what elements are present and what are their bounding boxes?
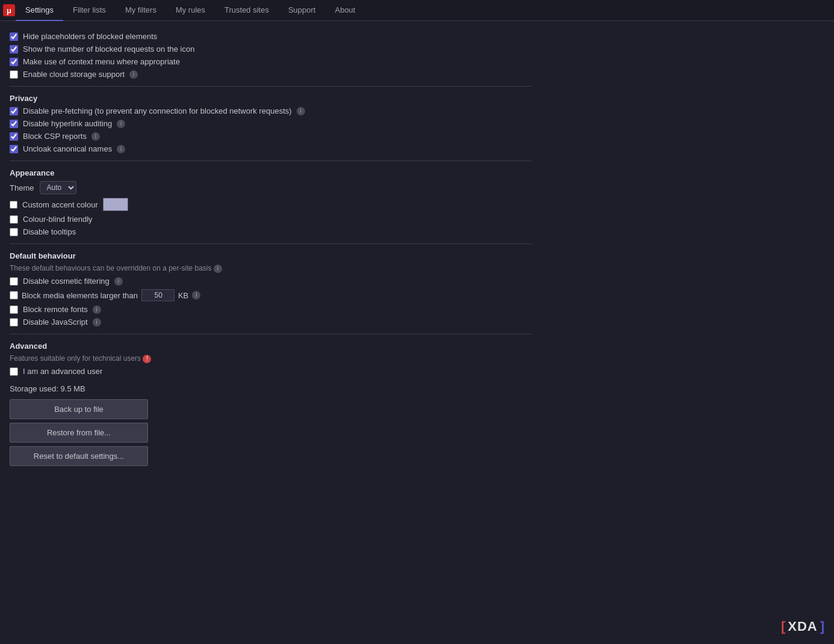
xda-bracket-right: ]	[820, 619, 824, 634]
media-row: Block media elements larger than KB i	[10, 289, 532, 301]
advanced-section: Advanced Features suitable only for tech…	[10, 342, 532, 376]
media-size-input[interactable]	[141, 289, 175, 301]
label-block-media[interactable]: Block media elements larger than	[22, 291, 138, 300]
checkbox-hide-placeholders[interactable]	[10, 32, 18, 41]
divider-2	[10, 161, 532, 161]
default-behaviour-header: Default behaviour	[10, 251, 532, 260]
xda-text: XDA	[788, 619, 817, 634]
appearance-header: Appearance	[10, 168, 532, 177]
info-icon-uncloak: i	[117, 145, 125, 153]
checkbox-uncloak[interactable]	[10, 145, 18, 153]
theme-select[interactable]: Auto Dark Light	[40, 181, 76, 194]
storage-info: Storage used: 9.5 MB	[10, 384, 532, 393]
appearance-section: Appearance Theme Auto Dark Light Custom …	[10, 168, 532, 236]
checkbox-advanced-user[interactable]	[10, 367, 18, 376]
checkbox-cosmetic-filtering[interactable]	[10, 277, 18, 286]
tab-filter-lists[interactable]: Filter lists	[63, 0, 116, 21]
label-show-count[interactable]: Show the number of blocked requests on t…	[23, 44, 194, 54]
checkbox-row-hide-placeholders: Hide placeholders of blocked elements	[10, 32, 532, 41]
checkbox-colour-blind[interactable]	[10, 215, 18, 224]
checkbox-disable-tooltips[interactable]	[10, 228, 18, 236]
restore-button[interactable]: Restore from file...	[10, 423, 148, 443]
media-unit: KB	[178, 291, 188, 300]
privacy-header: Privacy	[10, 94, 532, 103]
checkbox-row-disable-tooltips: Disable tooltips	[10, 227, 532, 236]
checkbox-show-count[interactable]	[10, 45, 18, 54]
nav-tabs: μ Settings Filter lists My filters My ru…	[0, 0, 834, 21]
checkbox-cloud-storage[interactable]	[10, 70, 18, 79]
info-icon-default-behaviour: i	[214, 265, 222, 273]
checkbox-row-cosmetic: Disable cosmetic filtering i	[10, 277, 532, 286]
label-custom-accent[interactable]: Custom accent colour	[22, 200, 98, 209]
checkbox-block-media[interactable]	[10, 291, 18, 299]
label-colour-blind[interactable]: Colour-blind friendly	[23, 215, 93, 224]
tab-trusted-sites[interactable]: Trusted sites	[215, 0, 279, 21]
info-icon-csp: i	[91, 132, 100, 141]
info-icon-hyperlink: i	[117, 120, 125, 128]
label-cloud-storage[interactable]: Enable cloud storage support	[23, 70, 125, 79]
tab-my-filters[interactable]: My filters	[116, 0, 166, 21]
label-csp[interactable]: Block CSP reports	[23, 132, 87, 141]
info-icon-media: i	[192, 291, 200, 299]
label-remote-fonts[interactable]: Block remote fonts	[23, 305, 88, 314]
info-icon-advanced: !	[143, 355, 151, 363]
general-section: Hide placeholders of blocked elements Sh…	[10, 32, 532, 79]
checkbox-row-context-menu: Make use of context menu where appropria…	[10, 57, 532, 66]
theme-row: Theme Auto Dark Light	[10, 181, 532, 194]
label-context-menu[interactable]: Make use of context menu where appropria…	[23, 57, 180, 66]
label-disable-js[interactable]: Disable JavaScript	[23, 317, 88, 327]
checkbox-row-csp: Block CSP reports i	[10, 132, 532, 141]
svg-text:μ: μ	[7, 6, 11, 15]
checkbox-disable-js[interactable]	[10, 318, 18, 327]
advanced-sub: Features suitable only for technical use…	[10, 354, 532, 363]
checkbox-remote-fonts[interactable]	[10, 305, 18, 314]
ublock-logo: μ	[2, 4, 16, 17]
info-icon-remote-fonts: i	[93, 305, 101, 314]
checkbox-row-cloud-storage: Enable cloud storage support i	[10, 70, 532, 79]
checkbox-row-hyperlink: Disable hyperlink auditing i	[10, 119, 532, 128]
xda-logo: [ XDA ]	[781, 619, 824, 634]
theme-label: Theme	[10, 183, 34, 192]
checkbox-row-js: Disable JavaScript i	[10, 317, 532, 327]
checkbox-row-uncloak: Uncloak canonical names i	[10, 144, 532, 153]
info-icon-prefetch: i	[297, 107, 305, 115]
advanced-header: Advanced	[10, 342, 532, 351]
reset-button[interactable]: Reset to default settings...	[10, 446, 148, 466]
divider-1	[10, 86, 532, 87]
label-advanced-user[interactable]: I am an advanced user	[23, 367, 102, 376]
label-hide-placeholders[interactable]: Hide placeholders of blocked elements	[23, 32, 157, 41]
label-hyperlink[interactable]: Disable hyperlink auditing	[23, 119, 112, 128]
color-picker[interactable]	[103, 198, 128, 211]
checkbox-row-advanced-user: I am an advanced user	[10, 367, 532, 376]
label-disable-tooltips[interactable]: Disable tooltips	[23, 227, 76, 236]
label-uncloak[interactable]: Uncloak canonical names	[23, 144, 112, 153]
checkbox-csp[interactable]	[10, 132, 18, 141]
checkbox-row-show-count: Show the number of blocked requests on t…	[10, 44, 532, 54]
checkbox-prefetch[interactable]	[10, 107, 18, 115]
tab-about[interactable]: About	[325, 0, 365, 21]
divider-4	[10, 334, 532, 334]
info-icon-cloud-storage: i	[129, 70, 138, 79]
label-prefetch[interactable]: Disable pre-fetching (to prevent any con…	[23, 106, 292, 115]
checkbox-custom-accent[interactable]	[10, 201, 17, 209]
backup-button[interactable]: Back up to file	[10, 399, 148, 419]
checkbox-row-prefetch: Disable pre-fetching (to prevent any con…	[10, 106, 532, 115]
tab-settings[interactable]: Settings	[16, 0, 63, 21]
privacy-section: Privacy Disable pre-fetching (to prevent…	[10, 94, 532, 153]
settings-content: Hide placeholders of blocked elements Sh…	[0, 21, 542, 476]
divider-3	[10, 244, 532, 244]
tab-my-rules[interactable]: My rules	[166, 0, 215, 21]
info-icon-js: i	[93, 318, 101, 327]
checkbox-row-colour-blind: Colour-blind friendly	[10, 215, 532, 224]
checkbox-hyperlink[interactable]	[10, 120, 18, 128]
info-icon-cosmetic: i	[114, 277, 123, 286]
custom-accent-row: Custom accent colour	[10, 198, 532, 211]
checkbox-context-menu[interactable]	[10, 58, 18, 66]
checkbox-row-remote-fonts: Block remote fonts i	[10, 305, 532, 314]
default-behaviour-section: Default behaviour These default behaviou…	[10, 251, 532, 327]
label-cosmetic-filtering[interactable]: Disable cosmetic filtering	[23, 277, 110, 286]
default-behaviour-sub: These default behaviours can be overridd…	[10, 264, 532, 273]
tab-support[interactable]: Support	[279, 0, 326, 21]
xda-bracket-left: [	[781, 619, 785, 634]
